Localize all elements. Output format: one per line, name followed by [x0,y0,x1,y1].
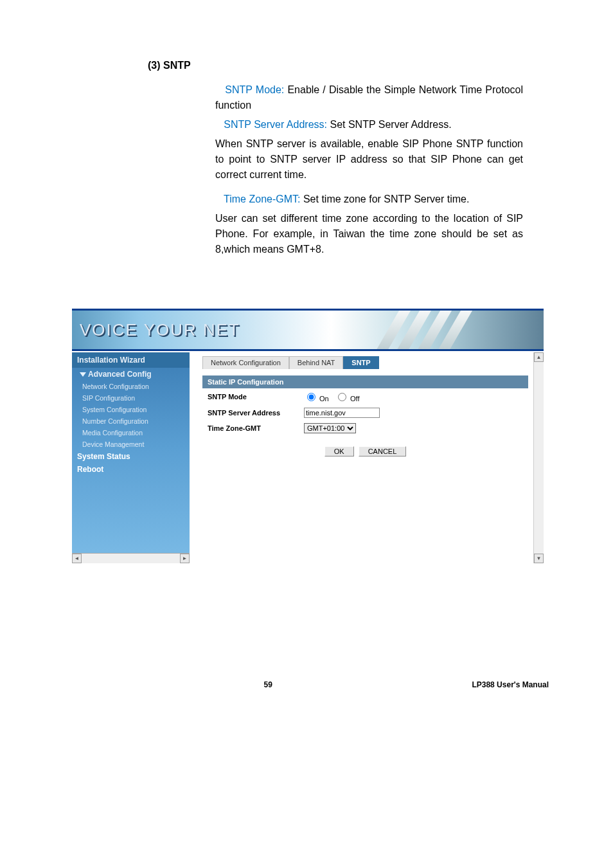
section-title: (3) SNTP [148,58,549,73]
scroll-up-icon[interactable]: ▲ [534,352,544,362]
sidebar-item-number-configuration[interactable]: Number Configuration [72,415,190,427]
sidebar-horizontal-scrollbar[interactable]: ◄ ► [72,553,190,563]
sntp-mode-off-radio[interactable] [338,393,346,401]
scroll-down-icon[interactable]: ▼ [534,554,544,563]
cancel-button[interactable]: CANCEL [359,446,407,457]
scroll-right-icon[interactable]: ► [180,554,190,563]
row-sntp-server: SNTP Server Address [202,405,528,420]
tab-sntp[interactable]: SNTP [343,356,378,369]
sntp-mode-label: SNTP Mode: [225,84,287,95]
page-footer: 59 LP388 User's Manual [0,680,613,689]
chevron-down-icon [80,372,86,377]
tab-network-configuration[interactable]: Network Configuration [202,356,289,369]
content-pane: Network Configuration Behind NAT SNTP St… [190,352,544,563]
sidebar-item-network-configuration[interactable]: Network Configuration [72,381,190,392]
sntp-mode-off-option[interactable]: Off [335,395,360,402]
timezone-line: Time Zone-GMT: Set time zone for SNTP Se… [215,192,523,207]
row-sntp-mode: SNTP Mode On Off [202,388,528,405]
scroll-track[interactable] [82,554,180,563]
panel-header: Static IP Configuration [202,375,528,388]
timezone-paragraph: User can set different time zone accordi… [215,211,523,257]
sidebar-item-installation-wizard[interactable]: Installation Wizard [72,352,190,368]
sntp-mode-off-label: Off [350,395,359,402]
sntp-server-line: SNTP Server Address: Set SNTP Server Add… [215,117,523,132]
sidebar-item-media-configuration[interactable]: Media Configuration [72,427,190,439]
sntp-mode-on-radio[interactable] [307,393,315,401]
sidebar-item-system-configuration[interactable]: System Configuration [72,404,190,415]
sntp-server-input[interactable] [304,408,380,418]
sidebar: Installation Wizard Advanced Config Netw… [72,352,190,563]
ok-button[interactable]: OK [324,446,354,457]
sidebar-item-sip-configuration[interactable]: SIP Configuration [72,392,190,404]
tab-behind-nat[interactable]: Behind NAT [289,356,344,369]
row-timezone: Time Zone-GMT GMT+01:00 [202,420,528,436]
sntp-mode-paragraph: SNTP Mode: Enable / Disable the Simple N… [215,82,523,113]
tab-bar: Network Configuration Behind NAT SNTP [190,352,544,369]
sntp-mode-on-option[interactable]: On [304,395,331,402]
sidebar-item-reboot[interactable]: Reboot [72,463,190,476]
sidebar-group-advanced-config[interactable]: Advanced Config [72,368,190,381]
timezone-field-label: Time Zone-GMT [208,424,304,432]
sntp-server-text: Set SNTP Server Address. [330,119,451,130]
page-number: 59 [264,680,272,689]
sntp-server-field-label: SNTP Server Address [208,409,304,417]
sntp-mode-field-label: SNTP Mode [208,393,304,401]
timezone-label: Time Zone-GMT: [224,194,303,204]
scroll-track[interactable] [534,362,544,554]
sntp-server-label: SNTP Server Address: [224,119,330,130]
app-banner: VOICE YOUR NET [72,309,544,351]
content-vertical-scrollbar[interactable]: ▲ ▼ [533,352,544,563]
app-window: VOICE YOUR NET Installation Wizard Advan… [72,309,544,565]
manual-title: LP388 User's Manual [472,680,549,689]
sntp-server-paragraph: When SNTP server is available, enable SI… [215,136,523,183]
timezone-select[interactable]: GMT+01:00 [304,423,356,433]
sidebar-group-label: Advanced Config [88,370,152,379]
brand-logo: VOICE YOUR NET [80,320,240,340]
sidebar-item-system-status[interactable]: System Status [72,450,190,463]
timezone-text: Set time zone for SNTP Server time. [303,194,469,204]
scroll-left-icon[interactable]: ◄ [72,554,82,563]
sidebar-item-device-management[interactable]: Device Management [72,439,190,450]
sntp-mode-on-label: On [319,395,329,402]
